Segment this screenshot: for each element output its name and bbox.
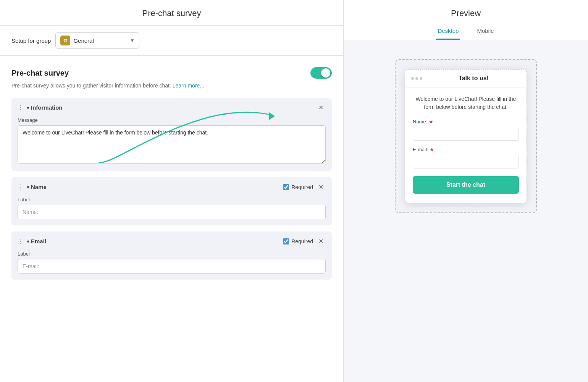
name-required-label[interactable]: Required xyxy=(283,184,313,190)
name-label-input[interactable] xyxy=(18,205,326,219)
widget-welcome-message: Welcome to our LiveChat! Please fill in … xyxy=(413,95,519,111)
email-required-star: ★ xyxy=(430,147,434,152)
information-collapse-button[interactable]: ▾ Information xyxy=(27,104,63,111)
email-card: ⋮ ▾ Email Required ✕ Label xyxy=(11,231,332,280)
name-title: Name xyxy=(31,184,47,190)
start-chat-button[interactable]: Start the chat xyxy=(413,176,519,194)
preview-area: Talk to us! Welcome to our LiveChat! Ple… xyxy=(395,59,537,213)
name-card: ⋮ ▾ Name Required ✕ Label xyxy=(11,177,332,225)
preview-email-input[interactable] xyxy=(413,155,519,168)
right-content: Talk to us! Welcome to our LiveChat! Ple… xyxy=(344,40,588,382)
name-required-checkbox[interactable] xyxy=(283,184,289,190)
widget-body: Welcome to our LiveChat! Please fill in … xyxy=(405,87,527,203)
toggle-slider xyxy=(310,67,332,79)
email-title: Email xyxy=(31,238,46,244)
drag-handle-icon[interactable]: ⋮ xyxy=(18,183,24,191)
name-card-body: Label xyxy=(11,197,332,225)
message-textarea[interactable]: Welcome to our LiveChat! Please fill in … xyxy=(18,125,326,163)
email-required-label[interactable]: Required xyxy=(283,238,313,244)
name-collapse-button[interactable]: ▾ Name xyxy=(27,184,47,190)
left-content: Pre-chat survey Pre-chat survey allows y… xyxy=(0,56,343,382)
survey-description: Pre-chat survey allows you to gather vis… xyxy=(11,83,332,89)
email-card-header: ⋮ ▾ Email Required ✕ xyxy=(11,231,332,251)
information-card-header: ⋮ ▾ Information ✕ xyxy=(11,98,332,117)
dot-2 xyxy=(415,77,418,80)
chevron-down-icon: ▼ xyxy=(130,38,135,43)
survey-toggle[interactable] xyxy=(310,67,332,79)
information-card: ⋮ ▾ Information ✕ Message Welcome to our… xyxy=(11,98,332,171)
learn-more-link[interactable]: Learn more... xyxy=(173,83,204,89)
name-close-button[interactable]: ✕ xyxy=(316,183,326,191)
chevron-down-icon: ▾ xyxy=(27,105,29,111)
email-required-checkbox[interactable] xyxy=(283,238,289,244)
information-close-button[interactable]: ✕ xyxy=(316,103,326,112)
message-label: Message xyxy=(18,117,326,123)
email-label-label: Label xyxy=(18,251,326,257)
email-label-input[interactable] xyxy=(18,259,326,274)
widget-title: Talk to us! xyxy=(427,75,520,82)
preview-title: Preview xyxy=(344,8,588,18)
setup-label: Setup for group xyxy=(11,37,51,44)
left-title: Pre-chat survey xyxy=(0,8,343,18)
right-panel: Preview Desktop Mobile Talk to us! xyxy=(344,0,588,382)
chevron-down-icon: ▾ xyxy=(27,238,29,244)
setup-bar: Setup for group G General ▼ xyxy=(0,26,343,56)
name-required-star: ★ xyxy=(429,119,433,125)
email-card-body: Label xyxy=(11,251,332,280)
preview-email-label: E-mail: ★ xyxy=(413,147,519,152)
group-name: General xyxy=(73,37,127,44)
information-card-body: Message Welcome to our LiveChat! Please … xyxy=(11,117,332,171)
chevron-down-icon: ▾ xyxy=(27,184,29,190)
preview-widget: Talk to us! Welcome to our LiveChat! Ple… xyxy=(405,69,527,203)
drag-handle-icon[interactable]: ⋮ xyxy=(18,238,24,245)
information-title: Information xyxy=(31,104,63,111)
left-panel: Pre-chat survey Setup for group G Genera… xyxy=(0,0,344,382)
name-label-label: Label xyxy=(18,197,326,202)
group-dropdown[interactable]: G General ▼ xyxy=(55,32,139,49)
tabs: Desktop Mobile xyxy=(344,24,588,40)
tab-desktop[interactable]: Desktop xyxy=(436,24,460,40)
survey-title-row: Pre-chat survey xyxy=(11,67,332,79)
survey-title: Pre-chat survey xyxy=(11,69,69,78)
group-avatar: G xyxy=(60,36,70,45)
dot-1 xyxy=(411,77,414,80)
preview-name-input[interactable] xyxy=(413,127,519,141)
left-header: Pre-chat survey xyxy=(0,0,343,26)
preview-name-label: Name: ★ xyxy=(413,119,519,125)
widget-header: Talk to us! xyxy=(405,70,527,87)
drag-handle-icon[interactable]: ⋮ xyxy=(18,104,24,111)
name-card-header: ⋮ ▾ Name Required ✕ xyxy=(11,177,332,197)
right-header: Preview Desktop Mobile xyxy=(344,0,588,40)
email-close-button[interactable]: ✕ xyxy=(316,237,326,246)
email-collapse-button[interactable]: ▾ Email xyxy=(27,238,46,244)
dot-3 xyxy=(420,77,422,80)
widget-dots xyxy=(411,77,422,80)
tab-mobile[interactable]: Mobile xyxy=(475,24,495,40)
